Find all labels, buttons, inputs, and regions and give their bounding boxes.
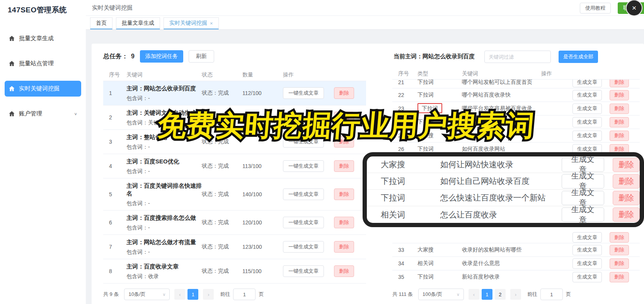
delete-button[interactable]: 删除 bbox=[610, 104, 629, 114]
generate-article-button[interactable]: 生成文章 bbox=[572, 90, 602, 100]
task-row: 8主词：百度收录文章包含词：收录状态：完成115/100一键生成文章删除 bbox=[103, 259, 366, 284]
generate-article-button[interactable]: 生成文章 bbox=[572, 232, 602, 243]
keyword-type-label: 大家搜 bbox=[417, 246, 434, 253]
add-task-button[interactable]: 添加挖词任务 bbox=[140, 50, 183, 63]
tab-2[interactable]: 批量文章生成 bbox=[116, 17, 160, 29]
generate-article-button[interactable]: 生成文章 bbox=[562, 174, 604, 189]
generate-article-button[interactable]: 生成文章 bbox=[572, 131, 602, 141]
delete-button[interactable]: 删除 bbox=[334, 217, 354, 228]
generate-article-button[interactable]: 生成文章 bbox=[572, 245, 602, 255]
tab-1[interactable]: 首页 bbox=[90, 17, 112, 29]
task-actions: 一键生成文章删除 bbox=[283, 160, 366, 172]
keyword-prev-page-button[interactable]: ‹ bbox=[469, 289, 479, 300]
keyword-type-label: 下拉词 bbox=[417, 146, 434, 152]
keyword-type-label: 下拉词 bbox=[417, 273, 434, 280]
sidebar-item-2[interactable]: 批量站点管理 bbox=[5, 56, 81, 71]
column-header: 序号 bbox=[109, 71, 126, 78]
keyword-next-page-button[interactable]: › bbox=[510, 289, 521, 300]
topbar: 实时关键词挖掘 使用教程 联系 ✕ bbox=[86, 0, 644, 16]
task-include-word: 包含词：- bbox=[126, 168, 202, 175]
keyword-text: 哪个网站发帖可以上百度首页 bbox=[462, 80, 541, 86]
keyword-total-count: 共 111 条 bbox=[392, 291, 413, 298]
task-include-word: 包含词：- bbox=[126, 95, 202, 102]
generate-article-button[interactable]: 生成文章 bbox=[572, 117, 602, 127]
sidebar-item-1[interactable]: 批量文章生成 bbox=[5, 31, 81, 46]
delete-button[interactable]: 删除 bbox=[610, 80, 629, 87]
generate-article-button[interactable]: 一键生成文章 bbox=[283, 189, 324, 200]
magnifier-keyword: 如何让网站快速收录 bbox=[440, 159, 561, 170]
task-row: 5主词：百度关键词排名快速排名包含词：-状态：完成140/100一键生成文章删除 bbox=[103, 178, 366, 211]
delete-button[interactable]: 删除 bbox=[610, 245, 629, 255]
keyword-row-number: 26 bbox=[398, 146, 417, 152]
keyword-page-button[interactable]: 2 bbox=[495, 289, 506, 300]
delete-button[interactable]: 删除 bbox=[334, 265, 354, 277]
generate-article-button[interactable]: 生成文章 bbox=[572, 80, 602, 87]
keyword-goto-input[interactable] bbox=[540, 289, 563, 300]
refresh-button[interactable]: 刷新 bbox=[189, 50, 214, 63]
close-icon[interactable]: × bbox=[210, 20, 213, 26]
task-keyword-cell: 主词：百度关键词排名快速排名包含词：- bbox=[126, 182, 202, 207]
delete-button[interactable]: 删除 bbox=[613, 207, 640, 222]
task-quantity: 113/100 bbox=[242, 163, 283, 169]
contact-float-icon[interactable]: ✕ bbox=[626, 0, 642, 16]
delete-button[interactable]: 删除 bbox=[334, 160, 354, 172]
keyword-type: 下拉词 bbox=[417, 80, 462, 86]
generate-article-button[interactable]: 一键生成文章 bbox=[283, 241, 324, 253]
delete-button[interactable]: 删除 bbox=[613, 174, 640, 189]
task-pagination: 共 9 条10条/页∨‹1›前往页 bbox=[103, 289, 366, 300]
delete-button[interactable]: 删除 bbox=[334, 87, 354, 99]
task-quantity: 140/100 bbox=[242, 191, 283, 197]
keyword-type: 下拉词 bbox=[417, 146, 462, 153]
home-icon bbox=[9, 110, 15, 117]
delete-button[interactable]: 删除 bbox=[613, 158, 640, 172]
delete-button[interactable]: 删除 bbox=[610, 272, 629, 282]
tutorial-button[interactable]: 使用教程 bbox=[580, 3, 611, 14]
keyword-type-label: 下拉词 bbox=[417, 92, 434, 98]
generate-article-button[interactable]: 生成文章 bbox=[562, 158, 604, 172]
task-keyword-cell: 主词：百度收录文章包含词：收录 bbox=[126, 263, 202, 280]
sidebar-item-3[interactable]: 实时关键词挖掘 bbox=[5, 81, 81, 97]
generate-article-button[interactable]: 生成文章 bbox=[572, 104, 602, 114]
generate-article-button[interactable]: 一键生成文章 bbox=[283, 217, 324, 228]
task-row: 6主词：百度搜索排名怎么做包含词：-状态：完成120/100一键生成文章删除 bbox=[103, 211, 366, 235]
task-next-page-button[interactable]: › bbox=[203, 289, 214, 300]
generate-article-button[interactable]: 一键生成文章 bbox=[283, 87, 324, 99]
delete-button[interactable]: 删除 bbox=[610, 232, 629, 243]
task-goto-input[interactable] bbox=[233, 289, 256, 300]
task-page-button[interactable]: 1 bbox=[187, 289, 198, 300]
keyword-page-button[interactable]: 1 bbox=[482, 289, 492, 300]
task-quantity: 115/100 bbox=[242, 268, 283, 274]
delete-button[interactable]: 删除 bbox=[334, 241, 354, 253]
sidebar-item-4[interactable]: 账户管理∨ bbox=[5, 106, 81, 122]
keyword-text: 如何百度收录网站 bbox=[462, 146, 541, 153]
task-status: 状态：完成 bbox=[202, 163, 242, 170]
column-header: 类型 bbox=[417, 70, 462, 77]
keyword-type: 下拉词 bbox=[417, 92, 462, 99]
generate-article-button[interactable]: 生成文章 bbox=[562, 191, 604, 205]
task-row: 1主词：网站怎么收录到百度包含词：-状态：完成112/100一键生成文章删除 bbox=[103, 81, 366, 105]
task-page-size-select[interactable]: 10条/页∨ bbox=[124, 289, 170, 300]
generate-article-button[interactable]: 一键生成文章 bbox=[283, 160, 324, 172]
task-prev-page-button[interactable]: ‹ bbox=[174, 289, 185, 300]
tab-3[interactable]: 实时关键词挖掘× bbox=[164, 17, 219, 29]
keyword-filter-input[interactable] bbox=[485, 54, 559, 60]
delete-button[interactable]: 删除 bbox=[610, 131, 629, 141]
generate-article-button[interactable]: 生成文章 bbox=[572, 272, 602, 282]
generate-article-button[interactable]: 生成文章 bbox=[562, 207, 604, 222]
task-status: 状态：完成 bbox=[202, 243, 242, 250]
delete-button[interactable]: 删除 bbox=[334, 189, 354, 200]
delete-button[interactable]: 删除 bbox=[610, 258, 629, 269]
keyword-row-number: 22 bbox=[398, 92, 417, 98]
home-icon bbox=[9, 35, 15, 42]
delete-button[interactable]: 删除 bbox=[610, 117, 629, 127]
generate-all-button[interactable]: 是否生成全部 bbox=[559, 51, 598, 63]
task-actions: 一键生成文章删除 bbox=[283, 189, 366, 200]
generate-article-button[interactable]: 生成文章 bbox=[572, 258, 602, 269]
delete-button[interactable]: 删除 bbox=[610, 90, 629, 100]
keyword-page-size-select[interactable]: 100条/页∨ bbox=[418, 289, 464, 300]
generate-article-button[interactable]: 一键生成文章 bbox=[283, 265, 324, 277]
task-actions: 一键生成文章删除 bbox=[283, 217, 366, 228]
keyword-actions: 生成文章删除 bbox=[541, 245, 640, 255]
magnifier-row: 相关词怎么让百度收录生成文章删除 bbox=[367, 206, 640, 223]
delete-button[interactable]: 删除 bbox=[613, 191, 640, 205]
